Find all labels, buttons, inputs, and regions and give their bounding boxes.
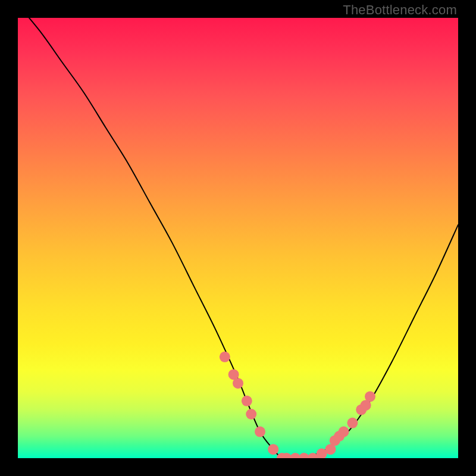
curve-marker — [255, 427, 265, 437]
curve-marker — [233, 378, 243, 389]
curve-marker — [339, 427, 349, 437]
curve-marker — [220, 352, 230, 362]
curve-marker — [246, 409, 256, 419]
chart-frame: TheBottleneck.com — [0, 0, 476, 476]
marker-group — [220, 352, 375, 458]
curve-svg — [18, 18, 458, 458]
plot-area — [18, 18, 458, 458]
curve-marker — [347, 418, 358, 428]
watermark-text: TheBottleneck.com — [343, 2, 457, 18]
bottleneck-curve — [18, 18, 458, 458]
curve-marker — [242, 396, 252, 406]
curve-marker — [268, 444, 278, 455]
curve-marker — [365, 391, 375, 402]
